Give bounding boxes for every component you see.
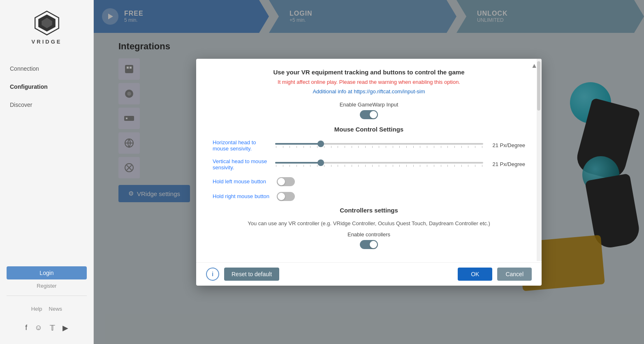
hold-right-row: Hold right mouse button bbox=[213, 192, 525, 201]
modal-scrollbar[interactable] bbox=[537, 59, 542, 261]
enable-controllers-toggle[interactable] bbox=[360, 240, 378, 249]
horizontal-slider-track[interactable] bbox=[275, 143, 483, 145]
vertical-slider-thumb[interactable] bbox=[317, 159, 324, 166]
register-button[interactable]: Register bbox=[37, 283, 56, 289]
vertical-slider-fill bbox=[275, 162, 321, 164]
info-button[interactable]: i bbox=[206, 268, 219, 281]
vertical-slider-row: Vertical head to mouse sensivity. bbox=[213, 158, 525, 171]
enable-gamewarp-toggle[interactable] bbox=[360, 110, 378, 119]
horizontal-slider-row: Horizontal head to mouse sensivity. bbox=[213, 139, 525, 152]
twitter-icon[interactable]: 𝕋 bbox=[50, 323, 55, 332]
hold-left-row: Hold left mouse button bbox=[213, 177, 525, 186]
modal-scrollbar-thumb bbox=[537, 61, 540, 111]
vertical-slider-value: 21 Px/Degree bbox=[488, 161, 525, 167]
modal-overlay: ▲ Use your VR equipment tracking and but… bbox=[94, 0, 644, 344]
horizontal-slider-fill bbox=[275, 143, 321, 145]
hold-right-knob bbox=[278, 193, 285, 200]
youtube-icon[interactable]: ▶ bbox=[63, 323, 68, 332]
toggle-gamewarp-knob bbox=[370, 111, 377, 118]
help-link[interactable]: Help bbox=[31, 306, 42, 312]
vertical-slider-track[interactable] bbox=[275, 162, 483, 164]
mouse-control-heading: Mouse Control Settings bbox=[213, 126, 525, 133]
horizontal-slider-thumb[interactable] bbox=[317, 141, 324, 147]
vertical-slider-label: Vertical head to mouse sensivity. bbox=[213, 158, 270, 171]
sidebar-links: Help News bbox=[31, 302, 62, 315]
modal-title: Use your VR equipment tracking and butto… bbox=[213, 69, 525, 76]
horizontal-slider-ticks bbox=[275, 146, 483, 148]
logo-area: VRIDGE bbox=[32, 0, 62, 51]
hold-right-toggle[interactable] bbox=[277, 192, 295, 201]
sidebar-nav: Connection Configuration Discover bbox=[0, 60, 93, 261]
hold-right-label: Hold right mouse button bbox=[213, 193, 270, 199]
controllers-desc: You can use any VR controller (e.g. VRid… bbox=[213, 220, 525, 226]
enable-controllers-label: Enable controllers bbox=[347, 231, 390, 238]
vertical-slider-wrap bbox=[275, 162, 483, 167]
sidebar-item-discover[interactable]: Discover bbox=[0, 96, 93, 114]
horizontal-slider-value: 21 Px/Degree bbox=[488, 142, 525, 148]
controllers-section: Controllers settings You can use any VR … bbox=[213, 207, 525, 249]
sidebar-item-configuration[interactable]: Configuration bbox=[0, 78, 93, 96]
logo-text: VRIDGE bbox=[32, 39, 62, 45]
toggle-controllers-knob bbox=[370, 241, 377, 248]
ok-button[interactable]: OK bbox=[458, 268, 492, 281]
enable-gamewarp-label: Enable GameWarp Input bbox=[340, 102, 398, 108]
facebook-icon[interactable]: f bbox=[25, 323, 27, 332]
horizontal-slider-wrap bbox=[275, 143, 483, 148]
sidebar-item-connection[interactable]: Connection bbox=[0, 60, 93, 78]
vertical-slider-ticks bbox=[275, 165, 483, 167]
modal-body: Use your VR equipment tracking and butto… bbox=[196, 59, 542, 262]
enable-gamewarp-row: Enable GameWarp Input bbox=[213, 102, 525, 119]
sidebar: VRIDGE Connection Configuration Discover… bbox=[0, 0, 94, 344]
cancel-button[interactable]: Cancel bbox=[497, 268, 532, 281]
enable-controllers-row: Enable controllers bbox=[213, 231, 525, 249]
reset-button[interactable]: Reset to default bbox=[224, 268, 279, 281]
logo-icon bbox=[34, 10, 60, 36]
hold-left-toggle[interactable] bbox=[277, 177, 295, 186]
modal-link-anchor[interactable]: Additional info at https://go.riftcat.co… bbox=[313, 88, 425, 95]
news-link[interactable]: News bbox=[49, 306, 63, 312]
reddit-icon[interactable]: ☺ bbox=[35, 323, 42, 332]
modal-footer: i Reset to default OK Cancel bbox=[196, 262, 542, 286]
controllers-heading: Controllers settings bbox=[213, 207, 525, 214]
sidebar-bottom: Login Register Help News f ☺ 𝕋 ▶ bbox=[0, 261, 93, 344]
login-button[interactable]: Login bbox=[7, 266, 87, 279]
footer-social-icons: f ☺ 𝕋 ▶ bbox=[25, 319, 68, 339]
modal-link: Additional info at https://go.riftcat.co… bbox=[213, 88, 525, 95]
horizontal-slider-label: Horizontal head to mouse sensivity. bbox=[213, 139, 270, 152]
hold-left-label: Hold left mouse button bbox=[213, 178, 270, 185]
main-content: FREE 5 min. LOGIN +5 min. UNLOCK UNLIMIT… bbox=[94, 0, 644, 344]
modal-warning: It might affect online play. Please read… bbox=[213, 79, 525, 85]
modal-dialog: ▲ Use your VR equipment tracking and but… bbox=[196, 59, 542, 286]
hold-left-knob bbox=[278, 178, 285, 185]
